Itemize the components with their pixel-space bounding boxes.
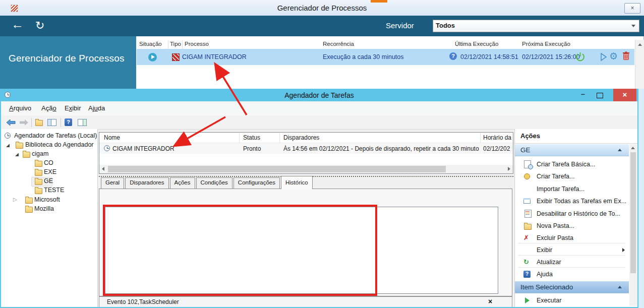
tab-acoes[interactable]: Ações	[170, 177, 195, 189]
action-nova-pasta[interactable]: Nova Pasta...	[515, 220, 628, 232]
menu-accel: u	[94, 104, 98, 112]
action-label: Excluir Pasta	[537, 234, 573, 241]
power-icon[interactable]	[575, 51, 586, 62]
tab-condicoes[interactable]: Condições	[196, 177, 232, 189]
help-icon: ?	[523, 270, 532, 278]
tab-configuracoes[interactable]: Configurações	[233, 177, 280, 189]
expander-expanded-icon[interactable]: ◢	[15, 152, 19, 157]
action-exibir-todas[interactable]: Exibir Todas as Tarefas em Ex...	[515, 195, 628, 207]
console-tree-toggle-icon[interactable]	[47, 119, 56, 126]
folder-icon	[35, 170, 42, 176]
task-icon	[104, 145, 110, 151]
action-desabilitar-historico[interactable]: Desabilitar o Histórico de To...	[515, 208, 628, 220]
tree-item-exe[interactable]: EXE	[44, 168, 56, 175]
hscrollbar-thumb[interactable]	[108, 166, 446, 172]
create-task-clock-icon	[523, 172, 532, 180]
actions-group-item-selecionado[interactable]: Item Selecionado	[515, 281, 629, 293]
tab-geral[interactable]: Geral	[101, 177, 124, 189]
trash-icon[interactable]	[622, 51, 630, 60]
task-name: CIGAM INTEGRADOR	[112, 145, 174, 152]
gear-icon[interactable]: ⚙	[609, 50, 618, 62]
toolbar-divider	[31, 118, 32, 127]
minimize-button[interactable]: −	[578, 90, 588, 100]
export-list-icon[interactable]	[35, 120, 43, 126]
maximize-button[interactable]	[597, 93, 603, 98]
toolbar-divider	[61, 118, 61, 127]
col-header-nome[interactable]: Nome	[104, 134, 120, 141]
menu-text: Açã	[41, 104, 52, 112]
menu-exibir[interactable]: Exibir	[65, 104, 81, 112]
col-header-horario[interactable]: Horário da	[483, 134, 511, 141]
new-folder-icon	[523, 222, 532, 230]
action-executar[interactable]: Executar	[515, 294, 628, 306]
action-excluir-pasta[interactable]: ✗ Excluir Pasta	[515, 232, 628, 244]
expander-expanded-icon[interactable]: ◢	[6, 143, 10, 148]
tree-item-teste[interactable]: TESTE	[44, 187, 64, 194]
action-pane-toggle-icon[interactable]	[78, 119, 87, 126]
col-header-situacao[interactable]: Situação	[139, 41, 162, 47]
action-criar-tarefa[interactable]: Criar Tarefa...	[515, 170, 628, 182]
screen: Gerenciador de Processos × ← ↻ Servidor …	[0, 0, 644, 308]
column-divider	[182, 40, 183, 49]
tab-historico[interactable]: Histórico	[281, 176, 313, 189]
column-divider	[239, 133, 240, 143]
run-play-icon[interactable]	[600, 52, 608, 61]
menu-ajuda[interactable]: Ajuda	[88, 104, 105, 112]
chevron-down-icon	[631, 25, 635, 27]
close-detail-icon[interactable]: ×	[488, 297, 492, 305]
folder-icon	[25, 198, 33, 204]
actions-scrollbar-thumb[interactable]	[630, 152, 636, 273]
col-header-ultima-execucao[interactable]: Última Execução	[455, 41, 498, 47]
nav-back-icon[interactable]	[6, 119, 16, 126]
menu-text: ibir	[72, 104, 81, 112]
tree-item-mozilla[interactable]: Mozilla	[34, 205, 54, 212]
help-icon[interactable]: ?	[449, 52, 457, 60]
action-exibir[interactable]: Exibir	[515, 244, 628, 256]
menu-accel: o	[52, 104, 56, 112]
tree-item-root[interactable]: Agendador de Tarefas (Local)	[14, 132, 97, 139]
menu-accel: A	[9, 104, 14, 112]
collapse-icon[interactable]	[618, 286, 622, 288]
status-running-icon	[148, 53, 157, 61]
tree-item-cigam[interactable]: cigam	[32, 150, 48, 157]
action-ajuda[interactable]: ? Ajuda	[515, 268, 628, 280]
col-header-tipo[interactable]: Tipo	[170, 41, 181, 47]
col-header-proxima-execucao[interactable]: Próxima Execução	[522, 41, 570, 47]
action-criar-tarefa-basica[interactable]: Criar Tarefa Básica...	[515, 158, 628, 170]
menu-text: rquivo	[14, 104, 31, 112]
action-label: Criar Tarefa...	[537, 173, 575, 180]
tree-item-library[interactable]: Biblioteca do Agendador	[25, 141, 94, 148]
col-header-status[interactable]: Status	[243, 134, 260, 141]
process-manager-window-title: Gerenciador de Processos	[0, 4, 644, 12]
collapse-icon[interactable]	[618, 149, 622, 151]
refresh-icon[interactable]: ↻	[35, 19, 44, 32]
col-header-recorrencia[interactable]: Recorrência	[323, 41, 354, 47]
tab-disparadores[interactable]: Disparadores	[125, 177, 168, 189]
server-dropdown-value: Todos	[436, 22, 455, 29]
refresh-icon: ↻	[523, 258, 532, 266]
server-dropdown[interactable]	[433, 20, 639, 32]
action-label: Atualizar	[537, 259, 561, 266]
task-list-table-icon	[523, 197, 532, 205]
tree-item-ge[interactable]: GE	[44, 177, 53, 184]
tree-item-microsoft[interactable]: Microsoft	[34, 196, 60, 203]
basic-task-icon	[523, 160, 532, 168]
col-header-disparadores[interactable]: Disparadores	[283, 134, 319, 141]
expander-collapsed-icon[interactable]: ▷	[13, 197, 17, 202]
process-table-scrollbar[interactable]	[635, 40, 644, 90]
toolbar-help-icon[interactable]: ?	[65, 118, 72, 126]
action-atualizar[interactable]: ↻ Atualizar	[515, 256, 628, 268]
menu-arquivo[interactable]: Arquivo	[9, 104, 31, 112]
tree-item-co[interactable]: CO	[44, 159, 53, 166]
submenu-arrow-icon	[622, 248, 625, 252]
nav-forward-icon[interactable]	[19, 119, 29, 126]
menu-acao[interactable]: Ação	[41, 104, 56, 112]
close-button[interactable]: ×	[613, 89, 636, 101]
back-icon[interactable]: ←	[11, 17, 24, 32]
task-next-run: 02/12/202	[483, 145, 512, 152]
col-header-processo[interactable]: Processo	[185, 41, 209, 47]
process-manager-close-button[interactable]: ×	[624, 3, 640, 14]
action-importar-tarefa[interactable]: Importar Tarefa...	[515, 183, 628, 195]
divider	[518, 243, 625, 243]
actions-group-ge[interactable]: GE	[515, 144, 629, 156]
